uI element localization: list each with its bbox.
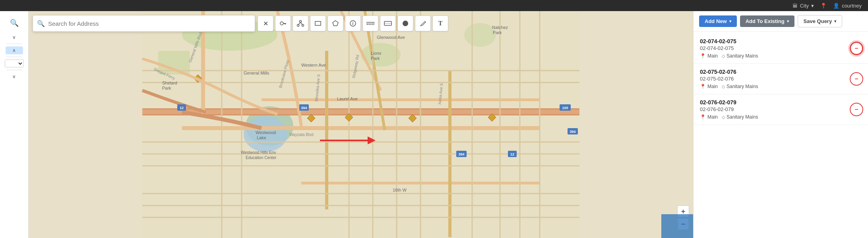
result-tag-sanitary-label-1: Sanitary Mains [727, 84, 758, 89]
add-to-existing-button[interactable]: Add To Existing ▾ [740, 15, 794, 27]
minus-icon-2: − [854, 106, 858, 113]
save-query-label: Save Query [804, 18, 832, 24]
add-new-button[interactable]: Add New ▾ [699, 15, 737, 27]
info-tool-button[interactable]: i [345, 15, 361, 31]
result-id-2: 02-076-02-079 [700, 99, 862, 106]
polygon-tool-button[interactable] [327, 15, 343, 31]
svg-point-95 [403, 21, 408, 26]
svg-text:Westwood: Westwood [256, 130, 276, 135]
svg-text:394: 394 [458, 152, 464, 156]
main-area: 🔍 ∨ ∧ ∨ [0, 11, 868, 238]
sidebar-chevron-down-1[interactable]: ∨ [6, 33, 23, 41]
svg-point-73 [280, 22, 283, 25]
svg-rect-82 [315, 21, 321, 25]
add-new-chevron: ▾ [729, 19, 731, 23]
svg-rect-13 [325, 51, 328, 209]
user-menu[interactable]: 👤 courtney [833, 3, 862, 9]
ruler-tool-button[interactable] [362, 15, 378, 31]
result-item-2[interactable]: 02-076-02-079 02-076-02-079 📍 Main ◇ San… [694, 94, 868, 125]
save-query-chevron: ▾ [834, 19, 836, 23]
svg-text:Shelard: Shelard [162, 81, 177, 85]
result-remove-button-1[interactable]: − [850, 72, 863, 86]
clear-search-button[interactable]: ✕ [258, 15, 273, 31]
result-sub-0: 02-074-02-075 [700, 45, 862, 51]
svg-text:394: 394 [570, 130, 575, 134]
svg-text:Education Center: Education Center [246, 155, 277, 160]
search-bar: 🔍 ✕ [33, 15, 448, 32]
result-tag-main-1: 📍 Main [700, 84, 718, 89]
result-item-0[interactable]: 02-074-02-075 02-074-02-075 📍 Main ◇ San… [694, 33, 868, 64]
result-tags-0: 📍 Main ◇ Sanitary Mains [700, 53, 862, 59]
panel-header: Add New ▾ Add To Existing ▾ Save Query ▾ [694, 11, 868, 32]
svg-text:394: 394 [301, 106, 307, 110]
toolbar: ✕ [258, 15, 448, 31]
map-svg: 12 394 100 394 394 12 Golf Course Genera… [29, 11, 693, 238]
svg-point-79 [302, 25, 304, 27]
minus-icon-0: − [854, 45, 858, 52]
network-tool-button[interactable] [293, 15, 308, 31]
result-remove-button-0[interactable]: − [850, 42, 863, 55]
sidebar-select[interactable] [5, 60, 24, 67]
add-to-existing-chevron: ▾ [787, 19, 789, 23]
panel-results-list: 02-074-02-075 02-074-02-075 📍 Main ◇ San… [694, 32, 868, 238]
add-to-existing-label: Add To Existing [746, 18, 785, 24]
sidebar-search-btn[interactable]: 🔍 [6, 14, 23, 32]
city-selector[interactable]: 🏛 City ▾ [792, 3, 814, 9]
rectangle-tool-button[interactable] [310, 15, 326, 31]
save-query-button[interactable]: Save Query ▾ [798, 15, 843, 27]
svg-text:Park: Park [493, 30, 502, 35]
svg-text:Lake: Lake [257, 135, 266, 140]
svg-text:Western Ave: Western Ave [301, 63, 326, 67]
diamond-icon-2: ◇ [722, 115, 725, 120]
result-item-1[interactable]: 02-075-02-076 02-075-02-076 📍 Main ◇ San… [694, 64, 868, 94]
result-remove-button-2[interactable]: − [850, 103, 863, 116]
diamond-icon-1: ◇ [722, 84, 725, 89]
top-bar: 🏛 City ▾ 📍 👤 courtney [0, 0, 868, 11]
sidebar-chevron-down-2[interactable]: ∨ [6, 73, 23, 81]
result-tags-1: 📍 Main ◇ Sanitary Mains [700, 84, 862, 89]
svg-text:General Mills: General Mills [244, 71, 269, 75]
key-tool-button[interactable] [275, 15, 291, 31]
measure-rect-tool-button[interactable] [380, 15, 396, 31]
left-sidebar: 🔍 ∨ ∧ ∨ [0, 11, 29, 238]
svg-text:Glenwood Ave: Glenwood Ave [377, 35, 405, 40]
svg-text:Laurel Ave: Laurel Ave [337, 96, 358, 101]
svg-text:100: 100 [562, 106, 568, 110]
svg-text:Park: Park [371, 56, 380, 61]
svg-text:16th W: 16th W [393, 188, 407, 192]
svg-text:Natchez: Natchez [492, 25, 508, 30]
result-sub-2: 02-076-02-079 [700, 106, 862, 112]
search-input-wrap: 🔍 [33, 15, 255, 32]
result-tag-sanitary-label-0: Sanitary Mains [727, 53, 758, 59]
svg-rect-10 [262, 98, 540, 101]
search-icon: 🔍 [37, 20, 45, 27]
svg-rect-8 [142, 109, 579, 114]
svg-line-81 [300, 23, 302, 25]
svg-line-96 [425, 21, 426, 22]
sidebar-chevron-up[interactable]: ∧ [6, 46, 23, 54]
diamond-icon-0: ◇ [722, 54, 725, 59]
blue-box [661, 214, 693, 238]
city-icon: 🏛 [792, 3, 798, 9]
user-icon: 👤 [833, 3, 839, 9]
right-panel: Add New ▾ Add To Existing ▾ Save Query ▾… [693, 11, 868, 238]
location-icon: 📍 [820, 3, 827, 9]
text-tool-button[interactable]: T [432, 15, 448, 31]
svg-text:12: 12 [180, 106, 184, 110]
minus-icon-1: − [854, 75, 858, 83]
sidebar-divider-1 [6, 44, 22, 44]
svg-text:i: i [353, 21, 354, 26]
result-tag-sanitary-1: ◇ Sanitary Mains [722, 84, 758, 89]
svg-rect-9 [182, 126, 540, 130]
pin-icon-1: 📍 [700, 84, 706, 89]
svg-text:Lions: Lions [371, 51, 382, 56]
map-container[interactable]: 12 394 100 394 394 12 Golf Course Genera… [29, 11, 693, 238]
pin-icon-0: 📍 [700, 53, 706, 59]
result-tag-main-0: 📍 Main [700, 53, 718, 59]
search-input[interactable] [48, 20, 251, 27]
svg-point-78 [297, 25, 299, 27]
draw-tool-button[interactable] [415, 15, 431, 31]
chevron-down-icon: ▾ [811, 3, 814, 9]
circle-tool-button[interactable] [397, 15, 413, 31]
result-tag-sanitary-label-2: Sanitary Mains [727, 114, 758, 120]
